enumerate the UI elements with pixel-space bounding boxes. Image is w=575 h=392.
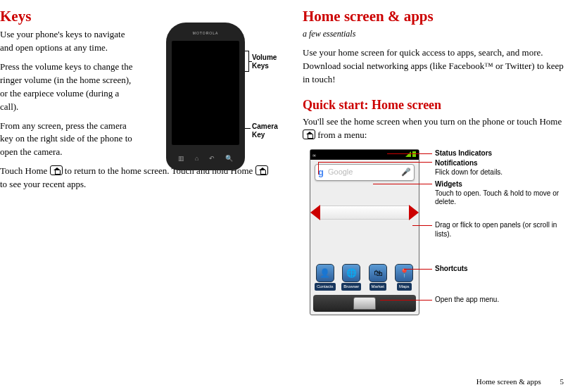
- shortcut-market[interactable]: 🛍 Market: [366, 264, 390, 291]
- contacts-icon: 👤: [316, 264, 334, 282]
- camera-key-callout: Camera Key: [252, 122, 278, 139]
- search-icon: 🔍: [225, 154, 233, 163]
- panel-drag-row[interactable]: [310, 205, 419, 220]
- shortcut-browser[interactable]: 🌐 Browser: [340, 264, 364, 291]
- signal-icon: [405, 151, 411, 157]
- home-icon: [50, 165, 63, 175]
- browser-icon: 🌐: [342, 264, 360, 282]
- callout-drag: Drag or flick to open panels (or scroll …: [435, 221, 557, 238]
- maps-icon: 📍: [395, 264, 413, 282]
- panel-right-arrow-icon: [409, 205, 419, 220]
- voice-search-icon[interactable]: 🎤: [401, 167, 411, 178]
- keys-p3: From any screen, press the camera key on…: [0, 120, 136, 160]
- back-icon: ↶: [209, 154, 215, 163]
- volume-keys-callout: Volume Keys: [252, 53, 277, 70]
- shortcut-contacts[interactable]: 👤 Contacts: [313, 264, 337, 291]
- callout-notifications-title: Notifications: [435, 159, 478, 167]
- menu-icon: ▥: [178, 154, 184, 163]
- quick-start-para: You'll see the home screen when you turn…: [303, 115, 567, 142]
- search-placeholder: Google: [328, 167, 401, 178]
- quick-start-heading: Quick start: Home screen: [303, 96, 567, 114]
- home-icon: [303, 129, 315, 139]
- callout-status: Status Indicators: [435, 149, 492, 157]
- callout-widgets-title: Widgets: [435, 180, 462, 188]
- intro-para: Use your home screen for quick access to…: [303, 46, 567, 87]
- google-g-icon: g: [318, 166, 324, 179]
- home-icon: ⌂: [195, 154, 198, 163]
- status-bar[interactable]: ∞: [310, 150, 419, 160]
- tagline: a few essentials: [303, 28, 567, 40]
- keys-p2: Press the volume keys to change the ring…: [0, 61, 136, 113]
- home-screen-figure: ∞ g Google 🎤: [303, 149, 567, 332]
- market-icon: 🛍: [369, 264, 387, 282]
- page-footer: Home screen & apps 5: [476, 377, 564, 388]
- page-number: 5: [560, 377, 564, 388]
- callout-notifications-text: Flick down for details.: [435, 168, 503, 176]
- notification-icons: ∞: [312, 152, 316, 159]
- app-drawer-handle[interactable]: [313, 295, 416, 312]
- panel-left-arrow-icon: [310, 205, 320, 220]
- shortcut-maps[interactable]: 📍 Maps: [393, 264, 417, 291]
- callout-shortcuts: Shortcuts: [435, 265, 468, 272]
- home-screen-heading: Home screen & apps: [303, 6, 567, 27]
- footer-section: Home screen & apps: [476, 377, 541, 386]
- callout-appmenu: Open the app menu.: [435, 296, 499, 303]
- phone-brand: MOTOROLA: [166, 31, 245, 36]
- battery-icon: [412, 151, 416, 157]
- google-search-widget[interactable]: g Google 🎤: [315, 164, 415, 181]
- keys-p1: Use your phone's keys to navigate and op…: [0, 28, 136, 55]
- phone-mock-left: MOTOROLA ▥ ⌂ ↶ 🔍 Volume Keys Camera Key: [166, 23, 259, 170]
- callout-widgets-text: Touch to open. Touch & hold to move or d…: [435, 189, 559, 206]
